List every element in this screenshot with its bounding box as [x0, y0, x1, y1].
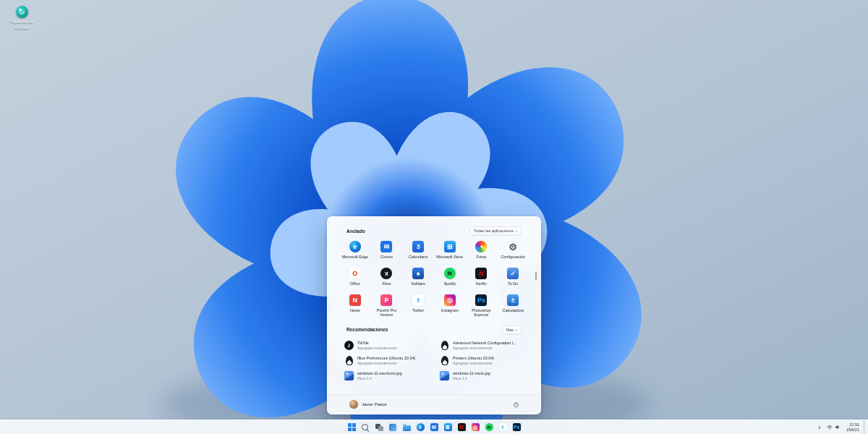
taskbar-instagram-button[interactable]: ◎ [470, 422, 480, 433]
taskbar-search-button[interactable] [360, 422, 370, 433]
taskbar-file-explorer-button[interactable] [401, 422, 412, 433]
tux-icon [441, 341, 448, 350]
picsart-icon: P [380, 294, 392, 306]
volume-icon [835, 425, 841, 430]
image-icon [440, 371, 449, 380]
taskbar-netflix-button[interactable]: N [456, 422, 467, 433]
spotify-icon: ≋ [444, 268, 456, 279]
pinned-app-xbox[interactable]: xXbox [371, 265, 403, 290]
pinned-app-netflix[interactable]: NNetflix [466, 265, 498, 290]
twitter-icon: t [412, 294, 424, 306]
pinned-app-picsart[interactable]: PPicsArt Pro Version [371, 292, 403, 319]
office-icon: O [349, 268, 361, 279]
pinned-apps-grid: eMicrosoft Edge✉Correo3Calendario⊞Micros… [338, 239, 530, 319]
photoshop-express-icon: Ps [513, 423, 521, 431]
recommended-subtitle: Agregado recientemente [357, 361, 415, 365]
pinned-app-microsoft-edge[interactable]: eMicrosoft Edge [339, 239, 371, 263]
pinned-app-photoshop-express[interactable]: PsPhotoshop Express [466, 292, 498, 319]
all-apps-button[interactable]: Todas las aplicaciones › [469, 226, 522, 235]
pinned-header-row: Anclado Todas las aplicaciones › [338, 224, 530, 239]
calendario-icon: 3 [412, 241, 424, 252]
recommended-title: IBus Preferences (Ubuntu 20.04) [357, 356, 415, 361]
taskbar-photoshop-express-button[interactable]: Ps [511, 422, 522, 433]
taskbar-clock[interactable]: 12:51 15/6/21 [845, 422, 861, 433]
chevron-right-icon: › [516, 229, 517, 233]
recommended-text: IBus Preferences (Ubuntu 20.04)Agregado … [357, 356, 415, 365]
taskbar-spotify-button[interactable]: ≋ [484, 422, 494, 433]
pinned-app-configuracion[interactable]: ⚙Configuración [497, 239, 529, 263]
taskbar-correo-button[interactable]: ✉ [429, 422, 439, 433]
taskbar-widgets-button[interactable] [388, 422, 398, 433]
pinned-app-calendario[interactable]: 3Calendario [402, 239, 434, 263]
recommended-grid: ♪TikTokAgregado recientementeAdvanced Ne… [338, 338, 530, 383]
pinned-app-label: Twitter [412, 308, 424, 313]
pinned-app-label: Microsoft Store [436, 255, 463, 260]
desktop-icon-recycle-bin[interactable]: ↻ Papelera de reciclaje [3, 4, 41, 30]
recommended-subtitle: Agregado recientemente [453, 346, 516, 350]
recommended-title: windows-11-escritorio.jpg [357, 371, 402, 376]
solitaire-icon: ♠ [412, 268, 424, 279]
show-desktop-button[interactable] [864, 420, 866, 434]
recommended-title: Advanced Network Configuration (... [453, 341, 516, 346]
recommended-title: TikTok [357, 341, 397, 346]
pinned-app-twitter[interactable]: tTwitter [402, 292, 434, 319]
pinned-app-label: Configuración [501, 255, 525, 260]
taskbar-start-button[interactable] [346, 422, 357, 433]
pinned-app-office[interactable]: OOffice [339, 265, 371, 290]
recommended-windows-11-file-2[interactable]: windows-11-inicio.jpgHace 1 h [438, 370, 526, 383]
pinned-app-label: Photoshop Express [467, 308, 497, 318]
taskbar-task-view-button[interactable] [374, 422, 384, 433]
xbox-icon: x [380, 268, 392, 279]
user-profile-button[interactable]: Javier Pastor [346, 399, 390, 410]
recommended-section-title: Recomendaciones [346, 327, 388, 332]
clock-date: 15/6/21 [846, 427, 859, 433]
pinned-app-label: News [350, 308, 360, 313]
pinned-app-to-do[interactable]: ✓To Do [497, 265, 529, 290]
pinned-app-solitaire[interactable]: ♠Solitaire [402, 265, 434, 290]
pinned-scrollbar[interactable] [535, 272, 537, 280]
tux-icon [346, 356, 353, 365]
fotos-icon: • [475, 241, 487, 252]
pinned-app-label: Xbox [382, 281, 391, 286]
pinned-app-instagram[interactable]: ◎Instagram [434, 292, 466, 319]
more-button[interactable]: Más › [502, 326, 522, 334]
pinned-app-label: Instagram [441, 308, 459, 313]
microsoft-store-icon: ⊞ [444, 241, 456, 252]
power-button[interactable] [510, 399, 522, 410]
pinned-app-label: Office [350, 281, 360, 286]
recommended-title: windows-11-inicio.jpg [453, 371, 490, 376]
pinned-app-label: Spotify [443, 281, 456, 286]
network-volume-group[interactable] [825, 424, 842, 430]
to-do-icon: ✓ [507, 268, 519, 279]
pinned-app-fotos[interactable]: •Fotos [466, 239, 498, 263]
pinned-section-title: Anclado [346, 229, 365, 234]
start-icon [348, 423, 356, 431]
recommended-subtitle: Hace 1 h [453, 376, 490, 380]
recommended-ibus-preferences[interactable]: IBus Preferences (Ubuntu 20.04)Agregado … [342, 354, 430, 367]
pinned-app-news[interactable]: NNews [339, 292, 371, 319]
wifi-icon [827, 425, 833, 430]
recommended-printers-ubuntu[interactable]: Printers (Ubuntu 20.04)Agregado reciente… [438, 354, 526, 367]
recommended-tiktok[interactable]: ♪TikTokAgregado recientemente [342, 339, 430, 352]
recommended-text: Printers (Ubuntu 20.04)Agregado reciente… [453, 356, 494, 365]
recommended-subtitle: Hace 1 h [357, 376, 402, 380]
recommended-advanced-network-configuration[interactable]: Advanced Network Configuration (...Agreg… [438, 339, 526, 352]
taskbar-microsoft-store-button[interactable]: ⊞ [443, 422, 453, 433]
taskbar-edge-button[interactable]: e [415, 422, 425, 433]
more-label: Más [506, 328, 514, 332]
microsoft-store-icon: ⊞ [444, 423, 452, 431]
correo-icon: ✉ [430, 423, 438, 431]
pinned-app-label: Netflix [476, 281, 487, 286]
pinned-app-microsoft-store[interactable]: ⊞Microsoft Store [434, 239, 466, 263]
pinned-app-spotify[interactable]: ≋Spotify [434, 265, 466, 290]
file-explorer-icon [403, 425, 411, 431]
recommended-subtitle: Agregado recientemente [453, 361, 494, 365]
recommended-windows-11-file-1[interactable]: windows-11-escritorio.jpgHace 1 h [342, 370, 430, 383]
pinned-app-correo[interactable]: ✉Correo [371, 239, 403, 263]
netflix-icon: N [458, 423, 466, 431]
pinned-app-label: To Do [508, 281, 518, 286]
pinned-app-calculadora[interactable]: ±Calculadora [497, 292, 529, 319]
tray-chevron-up-icon[interactable]: ∧ [817, 425, 822, 430]
photoshop-express-icon: Ps [475, 294, 487, 306]
taskbar-twitter-button[interactable]: t [498, 422, 508, 433]
